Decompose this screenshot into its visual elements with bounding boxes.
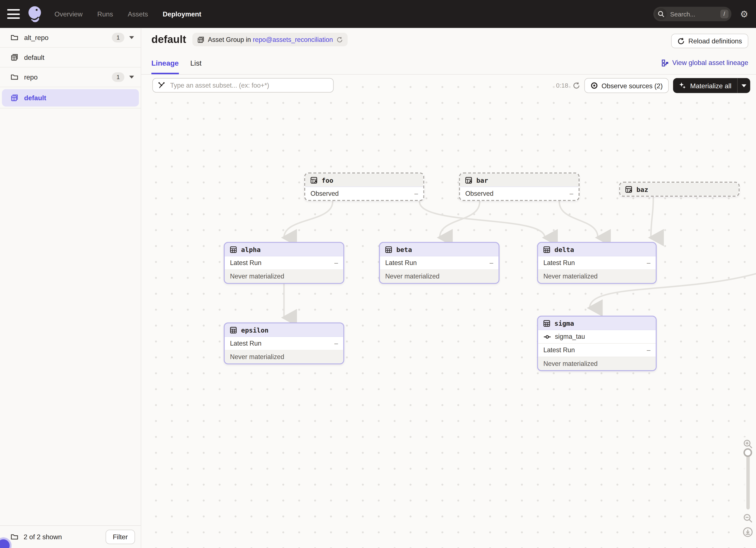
latest-run-label: Latest Run — [230, 340, 261, 347]
refresh-icon[interactable] — [337, 36, 343, 43]
asset-node-beta[interactable]: beta Latest Run– Never materialized — [379, 242, 500, 284]
refresh-icon[interactable] — [573, 82, 580, 89]
search-placeholder: Search... — [670, 10, 720, 18]
asset-table-icon — [385, 246, 393, 253]
lineage-actions: 0:18 Observe sources (2) Materializ — [556, 78, 750, 93]
menu-hamburger-icon[interactable] — [7, 9, 20, 19]
zoom-slider-handle[interactable] — [743, 448, 752, 457]
fit-view-icon[interactable] — [743, 527, 753, 538]
nav-assets[interactable]: Assets — [128, 10, 148, 18]
sidebar-item-alt-repo[interactable]: alt_repo 1 — [0, 28, 141, 48]
page-title: default — [151, 33, 186, 46]
reload-definitions-button[interactable]: Reload definitions — [671, 34, 748, 48]
observed-label: Observed — [465, 190, 493, 197]
sparkle-icon — [679, 82, 686, 89]
asset-node-epsilon[interactable]: epsilon Latest Run– Never materialized — [224, 322, 344, 364]
nav-deployment[interactable]: Deployment — [163, 10, 201, 18]
folder-icon — [11, 73, 18, 81]
nav-overview[interactable]: Overview — [55, 10, 83, 18]
asset-group-icon — [11, 94, 18, 102]
asset-group-context-pill: Asset Group in repo@assets_reconciliatio… — [192, 33, 348, 46]
dagster-logo-icon[interactable] — [26, 5, 44, 23]
nav-links: Overview Runs Assets Deployment — [55, 10, 214, 18]
chevron-down-icon[interactable] — [129, 36, 134, 39]
zoom-slider[interactable] — [746, 453, 750, 510]
tab-list[interactable]: List — [190, 59, 202, 74]
latest-run-label: Latest Run — [230, 259, 261, 267]
asset-group-icon — [197, 36, 205, 43]
folder-icon — [11, 533, 18, 541]
materialization-status: Never materialized — [538, 357, 656, 370]
asset-subset-input[interactable] — [169, 81, 328, 89]
tab-lineage[interactable]: Lineage — [151, 59, 179, 74]
edge-foo-delta — [419, 202, 545, 238]
group-label-selected: default — [24, 94, 139, 102]
latest-run-label: Latest Run — [543, 259, 575, 267]
reload-icon — [677, 37, 685, 45]
context-prefix: Asset Group in — [208, 36, 251, 43]
repo-count-badge: 1 — [112, 72, 124, 82]
asset-group-icon — [11, 53, 18, 61]
asset-node-bar[interactable]: bar Observed – — [459, 173, 580, 201]
sidebar-item-default-selected[interactable]: default — [0, 87, 141, 108]
filter-button[interactable]: Filter — [106, 530, 135, 544]
top-nav: Overview Runs Assets Deployment Search..… — [0, 0, 756, 28]
search-shortcut-key: / — [720, 10, 728, 18]
lineage-edges — [141, 75, 756, 548]
view-tabs: Lineage List — [151, 59, 202, 74]
materialize-options-dropdown[interactable] — [737, 78, 750, 93]
asset-subset-filter[interactable] — [152, 78, 334, 93]
materialization-status: Never materialized — [380, 270, 499, 283]
repo-label: alt_repo — [24, 34, 112, 41]
repo-count-badge: 1 — [112, 33, 124, 42]
source-asset-icon — [625, 185, 633, 193]
search-icon — [655, 8, 667, 20]
lineage-graph-icon — [662, 59, 669, 66]
sidebar-item-repo[interactable]: repo 1 — [0, 68, 141, 87]
observe-eye-icon — [591, 82, 598, 89]
asset-table-icon — [543, 319, 551, 327]
sidebar-item-default-altrepo[interactable]: default — [0, 48, 141, 67]
asset-table-icon — [229, 246, 237, 253]
page-header: default Asset Group in repo@assets_recon… — [141, 28, 756, 75]
nav-runs[interactable]: Runs — [97, 10, 113, 18]
asset-check-name: sigma_tau — [555, 333, 585, 340]
folder-icon — [11, 34, 18, 41]
observed-label: Observed — [310, 190, 339, 197]
asset-table-icon — [229, 326, 237, 334]
op-selector-icon — [158, 81, 165, 89]
sidebar: alt_repo 1 default repo 1 default — [0, 28, 141, 548]
zoom-controls — [740, 437, 756, 539]
latest-run-label: Latest Run — [543, 346, 575, 354]
asset-node-delta[interactable]: delta Latest Run– Never materialized — [537, 242, 657, 284]
edge-bar-delta — [559, 202, 598, 238]
latest-run-label: Latest Run — [385, 259, 417, 267]
settings-gear-icon[interactable]: ⚙ — [740, 9, 748, 19]
group-label: default — [24, 53, 136, 61]
edge-foo-alpha — [284, 202, 333, 238]
asset-node-baz[interactable]: baz — [619, 182, 740, 197]
edge-baz-delta — [651, 196, 653, 238]
asset-node-sigma[interactable]: sigma sigma_tau Latest Run– Never materi… — [537, 316, 657, 371]
materialize-all-button[interactable]: Materialize all — [673, 78, 750, 93]
repo-location-link[interactable]: repo@assets_reconciliation — [253, 36, 333, 43]
main-panel: default Asset Group in repo@assets_recon… — [141, 28, 756, 548]
refresh-timer: 0:18 — [556, 82, 568, 89]
sidebar-footer: 2 of 2 shown Filter — [0, 525, 141, 548]
search-input[interactable]: Search... / — [653, 7, 731, 21]
materialization-status: Never materialized — [225, 270, 343, 283]
chevron-down-icon[interactable] — [129, 76, 134, 79]
materialization-status: Never materialized — [225, 350, 343, 363]
view-global-asset-lineage-link[interactable]: View global asset lineage — [662, 59, 748, 67]
asset-node-alpha[interactable]: alpha Latest Run– Never materialized — [224, 242, 344, 284]
source-asset-icon — [465, 176, 473, 184]
asset-check-row[interactable]: sigma_tau — [538, 330, 656, 344]
shown-count-label: 2 of 2 shown — [24, 533, 105, 541]
observe-sources-button[interactable]: Observe sources (2) — [584, 78, 669, 93]
zoom-in-icon[interactable] — [743, 439, 753, 449]
asset-node-foo[interactable]: foo Observed – — [304, 173, 424, 201]
materialization-status: Never materialized — [538, 270, 656, 283]
lineage-canvas[interactable]: 0:18 Observe sources (2) Materializ — [141, 75, 756, 548]
zoom-out-icon[interactable] — [743, 513, 753, 523]
source-asset-icon — [310, 176, 318, 184]
